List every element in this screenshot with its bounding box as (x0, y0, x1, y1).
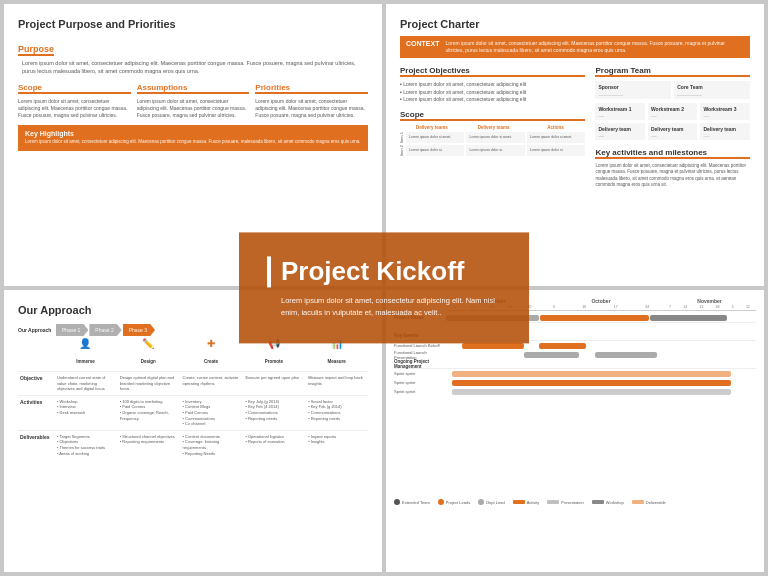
phase1-arrow: Phase 1 (56, 324, 88, 336)
scope-cell-1-3: Lorem ipsum dolor si amet. (527, 132, 585, 143)
objective-3: Lorem ipsum dolor sit amet, consectetuer… (400, 96, 585, 104)
nov-w6: 12 (746, 305, 750, 309)
team-activities-col: Program Team Sponsor ___________ Core Te… (595, 66, 750, 188)
design-label: Design (141, 359, 156, 364)
extended-team-label: Extended Team (402, 500, 430, 505)
delivery-box1: Delivery team ___ (595, 123, 645, 140)
oct-w1: 3 (553, 305, 555, 309)
sprint3-row (446, 387, 756, 396)
activities-row: Activities • Workshop • Interview • Desk… (18, 395, 368, 430)
scope-text-4: Lorem ipsum dolor si. (409, 148, 461, 153)
scope-cell-1-1: Lorem ipsum dolor si amet. (406, 132, 464, 143)
delivery-label-3: Actions (526, 125, 586, 130)
objective-row: Objective Understand current state of va… (18, 371, 368, 395)
delivery-box2: Delivery team ___ (648, 123, 698, 140)
delivery-label-ws3: Delivery team (703, 126, 747, 132)
phase-bar-3 (650, 315, 728, 321)
scope-cell-1-2: Lorem ipsum dolor si amet. (466, 132, 524, 143)
workstream1-box: Workstream 1 ___ (595, 103, 645, 120)
delivery-label-ws2: Delivery team (651, 126, 695, 132)
obj-cell-2: Create, curate content, activate operati… (180, 372, 243, 395)
scope-text-5: Lorem ipsum dolor si. (469, 148, 521, 153)
scope-text-6: Lorem ipsum dolor si. (530, 148, 582, 153)
scope-cell-2-2: Lorem ipsum dolor si. (466, 145, 524, 156)
sprint1-row (446, 369, 756, 378)
context-label: CONTEXT (406, 40, 439, 54)
workshop-bar (592, 500, 604, 504)
priorities-header: Priorities (255, 83, 368, 94)
legend-deliverable: Deliverable (632, 499, 666, 505)
key-highlights-label: Key Highlights (25, 130, 361, 137)
charter-two-col: Project Objectives Lorem ipsum dolor sit… (400, 66, 750, 188)
phase-create: ✚ Create (180, 338, 243, 367)
scope-text: Lorem ipsum dolor sit amet, consectetuer… (18, 98, 131, 119)
delivery-box3: Delivery team ___ (700, 123, 750, 140)
legend-presentation: Presentation (547, 499, 583, 505)
legend-activity: Activity (513, 499, 540, 505)
functional-pres-row (446, 350, 756, 359)
workstream3-label: Workstream 3 (703, 106, 747, 112)
nov-w2: 14 (683, 305, 687, 309)
sponsor-box: Sponsor ___________ (595, 81, 671, 99)
nov-w4: 28 (716, 305, 720, 309)
ongoing-pm-header-row (446, 359, 756, 369)
ws1-placeholder: ___ (598, 113, 642, 117)
scope-text-3: Lorem ipsum dolor si amet. (530, 135, 582, 140)
purpose-text: Lorem ipsum dolor sit amet, consectetuer… (22, 60, 368, 75)
purpose-section: Purpose Lorem ipsum dolor sit amet, cons… (18, 38, 368, 75)
key-highlights-section: Key Highlights Lorem ipsum dolor sit ame… (18, 125, 368, 150)
design-icon: ✏️ (117, 338, 180, 349)
oct-w2: 10 (582, 305, 586, 309)
slide2-title: Project Charter (400, 18, 750, 30)
workstream1-label: Workstream 1 (598, 106, 642, 112)
project-leads-label: Project Leads (446, 500, 470, 505)
sprint2-label: Sprint sprint (394, 378, 446, 387)
ongoing-pm-label: Ongoing Project Management (394, 359, 446, 369)
assumptions-column: Assumptions Lorem ipsum dolor sit amet, … (137, 83, 250, 119)
workstream-row: Workstream 1 ___ Workstream 2 ___ Workst… (595, 103, 750, 120)
scope-text-2: Lorem ipsum dolor si amet. (469, 135, 521, 140)
measure-label: Measure (327, 359, 345, 364)
deliverable-bar (632, 500, 644, 504)
nov-w1: 7 (669, 305, 671, 309)
delivery-team-row: Delivery team ___ Delivery team ___ Deli… (595, 123, 750, 140)
delivery-label-ws1: Delivery team (598, 126, 642, 132)
ws3-placeholder: ___ (703, 113, 747, 117)
overlay-subtitle: Lorem ipsum dolor sit amet, consectetur … (267, 296, 501, 320)
presentation-label: Presentation (561, 500, 583, 505)
act-cell-2: • Inventory • Content Blogs • Paid Comms… (180, 396, 243, 430)
act-cell-1: • 100 digits to marketing • Paid Comms •… (117, 396, 180, 430)
extended-team-dot (394, 499, 400, 505)
legend-dept-lead: Dept Lead (478, 499, 504, 505)
key-activities-text: Lorem ipsum dolor sit amet, consectetuer… (595, 163, 750, 188)
key-activities-section: Key activities and milestones Lorem ipsu… (595, 148, 750, 188)
del-cell-1: • Structured channel objectives • Report… (117, 431, 180, 459)
scope-heading: Scope (400, 110, 585, 121)
sponsor-placeholder: ___________ (598, 91, 668, 96)
deliverable-label: Deliverable (646, 500, 666, 505)
sprint3-bar (452, 389, 731, 395)
sponsor-label: Sponsor (598, 84, 668, 90)
objectives-heading: Project Objectives (400, 66, 585, 77)
sprint2-bar (452, 380, 731, 386)
workstream2-label: Workstream 2 (651, 106, 695, 112)
obj-cell-1: Design optimal digital plan and branded … (117, 372, 180, 395)
workstream3-box: Workstream 3 ___ (700, 103, 750, 120)
sprint3-label: Sprint sprint (394, 387, 446, 396)
oct-w4: 24 (645, 305, 649, 309)
objectives-scope-col: Project Objectives Lorem ipsum dolor sit… (400, 66, 585, 188)
october-label: October (539, 298, 663, 304)
legend-workshop: Workshop (592, 499, 624, 505)
dept-lead-dot (478, 499, 484, 505)
scope-item-2: Item 2 (400, 145, 404, 156)
act-cell-4: • Social factor • Key Feb (g 2014) • Com… (305, 396, 368, 430)
context-bar: CONTEXT Lorem ipsum dolor sit amet, cons… (400, 36, 750, 58)
sprint1-bar (452, 371, 731, 377)
phase-bar-2 (540, 315, 649, 321)
del-cell-4: • Impact reports • Insights (305, 431, 368, 459)
deliverables-row: Deliverables • Target Segments • Objecti… (18, 430, 368, 459)
activity-bar (513, 500, 525, 504)
obj-cell-4: Measure impact and loop back insights (305, 372, 368, 395)
presentation-bar (547, 500, 559, 504)
oct-w3: 17 (614, 305, 618, 309)
